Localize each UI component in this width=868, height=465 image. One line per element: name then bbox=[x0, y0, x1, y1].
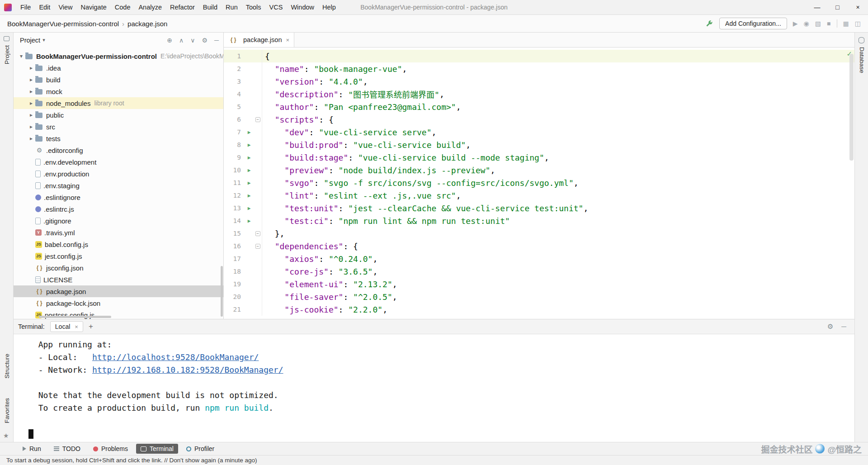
build-wrench-icon[interactable] bbox=[705, 19, 713, 28]
hide-icon[interactable]: ─ bbox=[841, 323, 846, 331]
stripe-structure-label[interactable]: Structure bbox=[4, 354, 10, 379]
tool-button-terminal[interactable]: Terminal bbox=[136, 444, 178, 454]
menu-item-vcs[interactable]: VCS bbox=[265, 0, 287, 14]
stripe-project-label[interactable]: Project bbox=[4, 45, 10, 64]
tree-item--travis-yml[interactable]: Y.travis.yml bbox=[14, 227, 223, 238]
tree-item-tests[interactable]: ▸tests bbox=[14, 133, 223, 144]
terminal-content[interactable]: App running at: - Local: http://localhos… bbox=[14, 334, 854, 442]
tree-item-bookmanagervue-permission-control[interactable]: ▾BookManagerVue-permission-controlE:\ide… bbox=[14, 50, 223, 62]
run-play-icon[interactable]: ▶ bbox=[793, 20, 798, 27]
tree-item--eslintignore[interactable]: .eslintignore bbox=[14, 191, 223, 203]
tree-item--eslintrc-js[interactable]: .eslintrc.js bbox=[14, 203, 223, 215]
menu-item-edit[interactable]: Edit bbox=[35, 0, 54, 14]
tree-item-node-modules[interactable]: ▸node_moduleslibrary root bbox=[14, 97, 223, 109]
project-horizontal-scrollbar[interactable] bbox=[39, 316, 111, 318]
debug-icon[interactable]: ◉ bbox=[804, 20, 809, 27]
expand-all-icon[interactable]: ∨ bbox=[190, 37, 195, 44]
minimize-button[interactable]: — bbox=[807, 0, 827, 14]
tree-item-package-json[interactable]: { }package.json bbox=[14, 285, 223, 297]
tree-item--gitignore[interactable]: .gitignore bbox=[14, 215, 223, 227]
tree-item-public[interactable]: ▸public bbox=[14, 109, 223, 121]
tree-item--env-staging[interactable]: .env.staging bbox=[14, 180, 223, 191]
code-line-7[interactable]: 7▶ "dev": "vue-cli-service serve", bbox=[224, 126, 854, 138]
tool-button-problems[interactable]: Problems bbox=[89, 444, 132, 454]
code-line-5[interactable]: 5 "author": "Pan <panfree23@gmail.com>", bbox=[224, 100, 854, 113]
chevron-right-icon[interactable]: ▸ bbox=[27, 123, 35, 130]
favorites-star-icon[interactable]: ★ bbox=[3, 432, 9, 439]
code-line-14[interactable]: 14▶ "test:ci": "npm run lint && npm run … bbox=[224, 214, 854, 227]
fold-marker-icon[interactable]: − bbox=[254, 117, 262, 122]
hide-icon[interactable]: ─ bbox=[214, 37, 219, 44]
code-line-10[interactable]: 10▶ "preview": "node build/index.js --pr… bbox=[224, 164, 854, 176]
menu-item-build[interactable]: Build bbox=[199, 0, 222, 14]
collapse-all-icon[interactable]: ∧ bbox=[179, 37, 184, 44]
chevron-right-icon[interactable]: ▸ bbox=[27, 112, 35, 118]
code-line-20[interactable]: 20 "file-saver": "^2.0.5", bbox=[224, 290, 854, 303]
fold-marker-icon[interactable]: − bbox=[254, 231, 262, 236]
terminal-link[interactable]: http://192.168.10.182:9528/BookManager/ bbox=[92, 365, 283, 375]
code-line-12[interactable]: 12▶ "lint": "eslint --ext .js,.vue src", bbox=[224, 189, 854, 202]
code-line-17[interactable]: 17 "axios": "^0.24.0", bbox=[224, 252, 854, 265]
terminal-tab-local[interactable]: Local × bbox=[50, 321, 83, 332]
run-script-icon[interactable]: ▶ bbox=[245, 155, 254, 161]
fold-marker-icon[interactable]: − bbox=[254, 244, 262, 249]
menu-item-file[interactable]: File bbox=[16, 0, 35, 14]
chevron-right-icon[interactable]: ▸ bbox=[27, 135, 35, 142]
locate-icon[interactable]: ⊕ bbox=[167, 37, 172, 44]
tree-item--editorconfig[interactable]: ⚙.editorconfig bbox=[14, 144, 223, 156]
close-button[interactable]: × bbox=[848, 0, 868, 14]
stripe-favorites-label[interactable]: Favorites bbox=[4, 398, 10, 423]
project-vertical-scrollbar[interactable] bbox=[221, 266, 223, 317]
editor-scrollbar-thumb[interactable] bbox=[849, 54, 854, 161]
code-line-21[interactable]: 21 "js-cookie": "2.2.0", bbox=[224, 303, 854, 316]
project-tool-icon[interactable] bbox=[4, 36, 9, 41]
tree-item-src[interactable]: ▸src bbox=[14, 121, 223, 133]
add-configuration-button[interactable]: Add Configuration... bbox=[719, 18, 787, 29]
run-script-icon[interactable]: ▶ bbox=[245, 193, 254, 199]
tool-button-profiler[interactable]: Profiler bbox=[182, 444, 219, 454]
terminal-link[interactable]: http://localhost:9528/BookManager/ bbox=[92, 352, 259, 362]
menu-item-tools[interactable]: Tools bbox=[242, 0, 265, 14]
add-terminal-tab-button[interactable]: + bbox=[89, 322, 93, 331]
run-script-icon[interactable]: ▶ bbox=[245, 218, 254, 224]
code-line-15[interactable]: 15− }, bbox=[224, 227, 854, 240]
breadcrumb-project[interactable]: BookManagerVue-permission-control bbox=[7, 20, 119, 28]
split-window-icon[interactable]: ◫ bbox=[855, 20, 861, 27]
coverage-icon[interactable]: ▧ bbox=[815, 20, 821, 27]
stop-icon[interactable]: ■ bbox=[827, 20, 830, 27]
editor-code[interactable]: 1{2 "name": "book-manager-vue",3 "versio… bbox=[224, 47, 854, 319]
tree-item-jest-config-js[interactable]: JSjest.config.js bbox=[14, 250, 223, 262]
run-script-icon[interactable]: ▶ bbox=[245, 180, 254, 186]
database-icon[interactable] bbox=[859, 37, 864, 43]
chevron-down-icon[interactable]: ▾ bbox=[42, 37, 45, 43]
code-line-3[interactable]: 3 "version": "4.4.0", bbox=[224, 75, 854, 88]
code-line-8[interactable]: 8▶ "build:prod": "vue-cli-service build"… bbox=[224, 138, 854, 151]
code-line-1[interactable]: 1{ bbox=[224, 50, 854, 62]
code-line-13[interactable]: 13▶ "test:unit": "jest --clearCache && v… bbox=[224, 202, 854, 214]
tree-item-jsconfig-json[interactable]: { }jsconfig.json bbox=[14, 262, 223, 274]
code-line-4[interactable]: 4 "description": "图书管理系统前端界面", bbox=[224, 88, 854, 100]
settings-icon[interactable]: ⚙ bbox=[827, 323, 833, 331]
tree-item--env-development[interactable]: .env.development bbox=[14, 156, 223, 168]
chevron-right-icon[interactable]: ▸ bbox=[27, 100, 35, 106]
menu-item-run[interactable]: Run bbox=[222, 0, 242, 14]
menu-item-code[interactable]: Code bbox=[111, 0, 135, 14]
code-line-19[interactable]: 19 "element-ui": "2.13.2", bbox=[224, 278, 854, 290]
settings-icon[interactable]: ⚙ bbox=[202, 37, 208, 44]
chevron-down-icon[interactable]: ▾ bbox=[17, 53, 25, 59]
menu-item-view[interactable]: View bbox=[54, 0, 76, 14]
run-script-icon[interactable]: ▶ bbox=[245, 142, 254, 148]
code-line-9[interactable]: 9▶ "build:stage": "vue-cli-service build… bbox=[224, 151, 854, 164]
run-script-icon[interactable]: ▶ bbox=[245, 205, 254, 211]
close-icon[interactable]: × bbox=[286, 37, 289, 43]
project-view-title[interactable]: Project bbox=[20, 37, 40, 44]
close-icon[interactable]: × bbox=[75, 323, 78, 330]
chevron-right-icon[interactable]: ▸ bbox=[27, 65, 35, 71]
menu-item-window[interactable]: Window bbox=[287, 0, 318, 14]
code-line-16[interactable]: 16− "dependencies": { bbox=[224, 240, 854, 252]
code-line-11[interactable]: 11▶ "svgo": "svgo -f src/icons/svg --con… bbox=[224, 176, 854, 189]
tree-item-package-lock-json[interactable]: { }package-lock.json bbox=[14, 297, 223, 309]
menu-item-analyze[interactable]: Analyze bbox=[134, 0, 166, 14]
stripe-database-label[interactable]: Database bbox=[859, 47, 865, 73]
project-grid-icon[interactable]: ▦ bbox=[843, 20, 849, 27]
